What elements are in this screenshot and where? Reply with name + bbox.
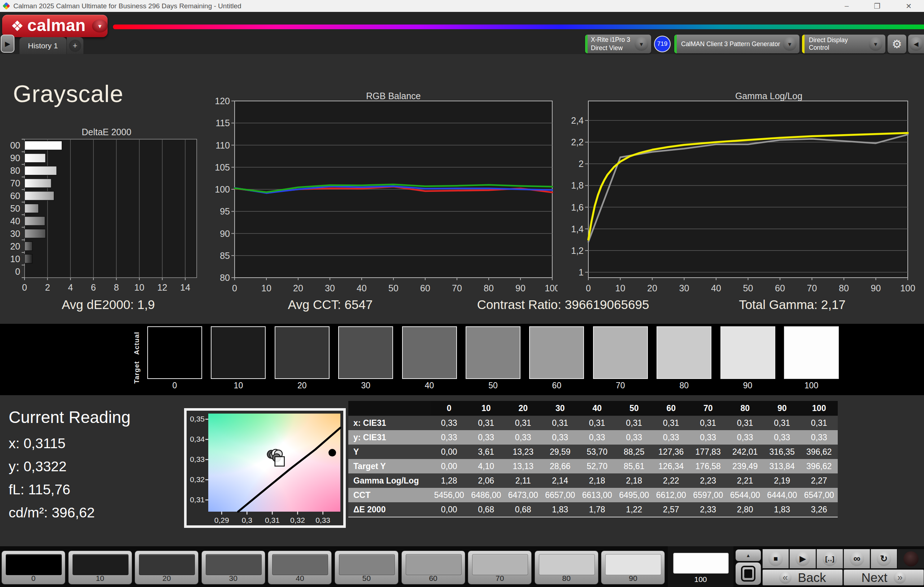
play-button[interactable]: ▶ — [789, 549, 816, 568]
table-row: Gamma Log/Log1,282,062,112,142,182,182,2… — [348, 474, 838, 488]
y-tick-label: 85 — [220, 251, 230, 261]
level-button-label: 30 — [202, 574, 265, 583]
tab-label: History 1 — [28, 41, 58, 50]
add-tab-button[interactable]: + — [67, 37, 83, 54]
meter-count-badge[interactable]: 719 — [654, 36, 671, 52]
table-cell: 88,25 — [616, 445, 653, 459]
level-button-50[interactable]: 50 — [335, 551, 398, 584]
chevron-down-icon: ▼ — [869, 37, 883, 51]
x-tick-label: 10 — [615, 283, 625, 293]
collapse-controls-button[interactable]: ▲ — [736, 549, 761, 561]
collapse-panel-button[interactable]: ◀ — [908, 35, 924, 53]
table-cell: 176,58 — [690, 459, 727, 474]
display-control-label: Direct Display Control — [809, 36, 869, 51]
next-button[interactable]: Next » — [843, 569, 924, 585]
table-cell: 0,31 — [726, 416, 764, 430]
chevron-left-icon: ◀ — [909, 37, 923, 51]
play-icon: ▶ — [795, 552, 810, 566]
calman-wordmark: calman — [27, 17, 86, 33]
table-cell: 3,61 — [468, 445, 505, 459]
level-button-100[interactable]: 100 — [668, 546, 733, 587]
x-tick-label: 50 — [743, 283, 753, 293]
meter-status-stripe — [585, 35, 587, 53]
table-row: CCT5456,006486,006473,006657,006613,0064… — [348, 488, 838, 502]
workflow-panel-expander[interactable]: ▶ — [1, 35, 15, 53]
level-button-label: 40 — [268, 574, 331, 583]
settings-button[interactable]: ⚙ — [888, 35, 906, 53]
refresh-button[interactable]: ↻ — [871, 549, 897, 568]
reading-fl: fL: 115,76 — [9, 482, 70, 498]
y-tick-label: 120 — [215, 97, 230, 106]
table-cell: 6473,00 — [505, 488, 542, 502]
pattern-window-button[interactable] — [736, 562, 761, 585]
table-cell: 5456,00 — [431, 488, 468, 502]
planckian-locus — [238, 428, 340, 511]
meter-mode: Direct View — [591, 44, 630, 52]
x-tick-label: 70 — [807, 283, 817, 293]
total-gamma-stat: Total Gamma: 2,17 — [706, 296, 879, 314]
plot-area — [25, 139, 197, 278]
column-header-0: 0 — [431, 401, 468, 416]
loop-icon: ∞ — [850, 552, 864, 566]
avg-de2000-stat: Avg dE2000: 1,9 — [21, 296, 195, 314]
interval-icon: [‥] — [823, 552, 837, 566]
swatch-actual-target-30 — [338, 326, 393, 379]
window-title: Calman 2025 Calman Ultimate for Business… — [13, 2, 241, 10]
level-button-90[interactable]: 90 — [601, 551, 665, 584]
x-tick-label: 14 — [180, 282, 190, 293]
level-button-80[interactable]: 80 — [535, 551, 599, 584]
level-button-20[interactable]: 20 — [135, 551, 198, 584]
table-cell: 242,01 — [726, 445, 764, 459]
swatch-actual-target-50 — [465, 326, 520, 379]
y-tick-label: 2,4 — [571, 115, 584, 125]
x-tick-label: 4 — [68, 282, 73, 293]
level-button-30[interactable]: 30 — [201, 551, 265, 584]
table-cell: 239,49 — [726, 459, 764, 474]
back-button[interactable]: « Back — [762, 569, 843, 585]
column-header-70: 70 — [690, 401, 727, 416]
gear-icon: ⚙ — [892, 38, 902, 51]
tab-history-1[interactable]: History 1 — [20, 37, 66, 54]
meter-dropdown[interactable]: X-Rite i1Pro 3 Direct View ▼ — [585, 35, 651, 53]
chevron-down-icon: ▼ — [92, 20, 107, 33]
restore-button[interactable]: ❐ — [874, 2, 880, 10]
bar-90 — [25, 154, 46, 163]
table-cell: 0,33 — [431, 430, 468, 445]
current-reading-title: Current Reading — [9, 408, 131, 427]
level-patch — [73, 554, 129, 575]
table-cell: 0,31 — [616, 416, 653, 430]
level-button-0[interactable]: 0 — [2, 551, 65, 584]
swatch-level-label: 50 — [465, 381, 521, 390]
y-tick-label: 30 — [10, 229, 20, 239]
y-tick-label: 10 — [10, 254, 20, 264]
table-cell: 0,33 — [505, 430, 542, 445]
level-button-40[interactable]: 40 — [268, 551, 332, 584]
display-control-dropdown[interactable]: Direct Display Control ▼ — [802, 35, 885, 53]
pattern-generator-dropdown[interactable]: CalMAN Client 3 Pattern Generator ▼ — [674, 35, 799, 53]
level-button-60[interactable]: 60 — [401, 551, 465, 584]
gamma-chart-plot: 2,42,221,81,61,41,2101020304050607080901… — [568, 97, 924, 294]
table-cell: 0,33 — [431, 416, 468, 430]
table-cell: 13,23 — [505, 445, 542, 459]
row-label: Gamma Log/Log — [348, 474, 431, 488]
level-button-70[interactable]: 70 — [468, 551, 532, 584]
level-button-label: 60 — [402, 574, 465, 583]
close-button[interactable]: ✕ — [906, 2, 912, 10]
level-patch — [673, 553, 729, 574]
deltae-chart-plot: 024681012141009080706050403020100 — [10, 137, 203, 299]
plot-area — [588, 101, 908, 278]
table-cell: 4,10 — [468, 459, 505, 474]
level-button-10[interactable]: 10 — [68, 551, 132, 584]
calman-menu-button[interactable]: ❖ calman ▼ — [2, 15, 107, 37]
record-button[interactable] — [898, 549, 924, 568]
interval-button[interactable]: [‥] — [817, 549, 843, 568]
minimize-button[interactable]: – — [845, 2, 848, 10]
stop-button[interactable]: ■ — [762, 549, 789, 568]
x-tick-label: 10 — [134, 282, 144, 293]
bar-50 — [25, 204, 39, 213]
reading-y: y: 0,3322 — [9, 459, 66, 475]
loop-button[interactable]: ∞ — [843, 549, 870, 568]
table-header: 0102030405060708090100 — [348, 401, 838, 416]
swatch-actual-target-20 — [275, 326, 330, 379]
x-tick-label: 0 — [586, 283, 591, 293]
